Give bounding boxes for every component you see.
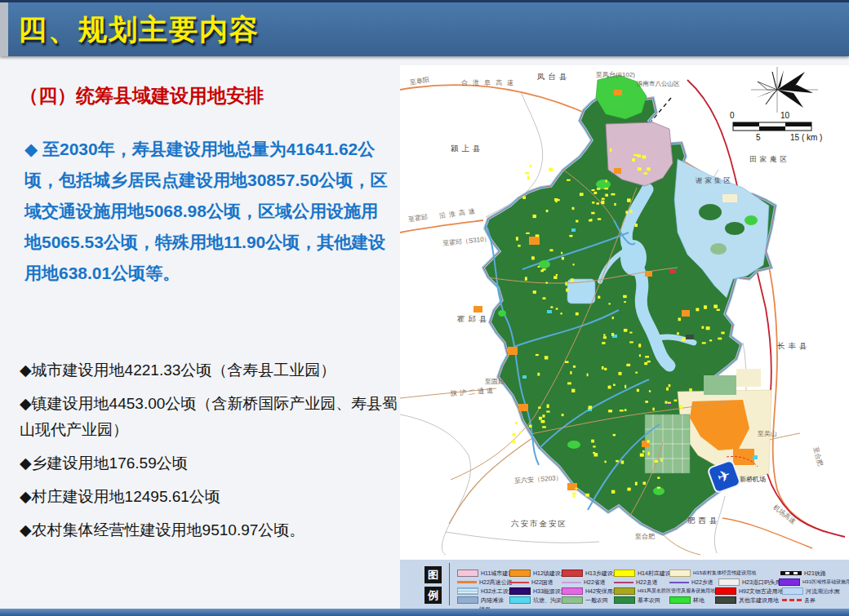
map-label-to-fengtai: 至凤台(S102)	[596, 70, 635, 79]
legend-title-char: 例	[424, 587, 442, 604]
legend-item: 县界	[782, 592, 816, 607]
map-label-to-gushi: 至固始	[485, 377, 505, 386]
bullet-item: ◆农村集体经营性建设用地9510.97公顷。	[20, 517, 403, 543]
county-land-use-map: 至阜阳 合淮阜高速 凤台县 至凤台(S102) 淮南市八公山区 田家庵区 谢家集…	[400, 65, 849, 560]
map-label-feixi-county: 肥西县	[687, 516, 721, 526]
legend-divider	[449, 563, 450, 605]
legend-swatch	[782, 599, 802, 601]
map-graphic	[400, 65, 849, 560]
legend-label: 县界	[804, 597, 816, 603]
map-label-to-hefei-south: 至合肥	[635, 532, 655, 541]
compass-rose-icon	[751, 67, 818, 113]
bullet-item: ◆城市建设用地4221.33公顷（含寿县工业园）	[20, 357, 403, 383]
legend-label: 其他非建设用地	[739, 597, 779, 603]
map-label-hehuaifu-expressway: 合淮阜高速	[461, 78, 518, 87]
legend-swatch	[562, 596, 583, 604]
legend-label: 一般农田	[585, 597, 608, 603]
legend-label: 基本农田	[638, 597, 660, 603]
slide: 四、规划主要内容 （四）统筹县域建设用地安排 ◆ 至2030年，寿县建设用地总量…	[0, 0, 849, 616]
legend-swatch	[614, 596, 635, 604]
legend-swatch	[715, 596, 736, 604]
bullet-item: ◆镇建设用地4453.00公顷（含新桥国际产业园、寿县蜀山现代产业园）	[20, 391, 403, 443]
scale-tick-15km: 15 ( km )	[790, 133, 822, 142]
slide-title: 四、规划主要内容	[18, 11, 260, 49]
bullet-item: ◆乡建设用地176.59公顷	[20, 450, 403, 476]
map-legend: 图 例 H11城市建设用地 H12镇建设用地 H13乡建设用地 H14村庄建设用…	[400, 560, 849, 609]
legend-item: 一般农田	[562, 592, 608, 607]
legend-swatch	[509, 596, 531, 604]
map-label-luan-jinan-district: 六安市金安区	[511, 519, 567, 530]
legend-item: 其他非建设用地	[715, 592, 779, 607]
map-label-yingshang-county: 颍上县	[451, 144, 484, 154]
map-label-xinqiao-airport: 新桥机场	[740, 475, 766, 484]
map-label-to-wushan: 至吴山	[758, 429, 777, 438]
bullet-item: ◆村庄建设用地12495.61公顷	[20, 484, 403, 510]
legend-label: 林地	[693, 597, 705, 603]
map-label-xiejiaji-district: 谢家集区	[696, 176, 733, 186]
section-heading: （四）统筹县域建设用地安排	[20, 83, 264, 109]
legend-swatch	[669, 596, 691, 604]
scale-tick-10: 10	[780, 111, 789, 120]
scale-bar	[733, 122, 811, 131]
map-label-fengtai-county: 凤台县	[537, 72, 571, 82]
map-label-tianjiaan-district: 田家庵区	[749, 155, 790, 165]
legend-item: 基本农田	[614, 592, 660, 607]
scale-tick-0: 0	[730, 111, 735, 120]
bottom-accent-bar	[0, 609, 849, 616]
scale-tick-5: 5	[756, 133, 761, 142]
legend-title-char: 图	[424, 566, 442, 583]
map-label-bagongshan-district: 淮南市八公山区	[637, 80, 680, 88]
map-label-huoqiu-county: 霍邱县	[457, 314, 491, 325]
highlight-paragraph: ◆ 至2030年，寿县建设用地总量为41641.62公顷，包括城乡居民点建设用地…	[24, 134, 393, 289]
map-label-changfeng-county: 长丰县	[777, 341, 811, 352]
legend-item: 林地	[669, 592, 705, 607]
left-edge-strip	[0, 2, 8, 56]
title-bar: 四、规划主要内容	[0, 0, 849, 56]
bullet-list: ◆城市建设用地4221.33公顷（含寿县工业园） ◆镇建设用地4453.00公顷…	[20, 357, 403, 551]
